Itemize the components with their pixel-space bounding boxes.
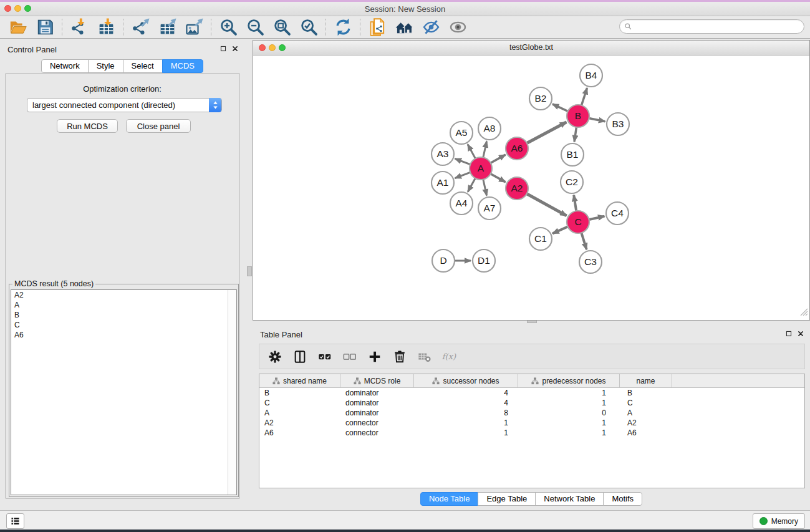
graph-node-A1[interactable]: A1 — [432, 172, 454, 194]
search-input[interactable] — [635, 21, 804, 32]
resize-grip-icon[interactable] — [799, 307, 808, 319]
new-network-from-selection-icon[interactable] — [364, 17, 391, 37]
mcds-result-list[interactable]: A2ABCA6 — [11, 289, 237, 495]
select-all-icon[interactable] — [317, 350, 333, 364]
tab-mcds[interactable]: MCDS — [162, 59, 203, 73]
add-row-icon[interactable] — [367, 350, 383, 364]
tab-select[interactable]: Select — [123, 59, 163, 73]
close-table-panel-icon[interactable] — [798, 331, 804, 337]
table-cell[interactable]: 1 — [518, 428, 620, 437]
table-cell[interactable]: 4 — [414, 399, 518, 407]
graph-node-A3[interactable]: A3 — [432, 143, 454, 165]
table-cell[interactable]: B — [259, 389, 340, 397]
table-cell[interactable]: C — [620, 399, 672, 407]
table-cell[interactable]: dominator — [340, 399, 414, 407]
deselect-all-icon[interactable] — [342, 350, 358, 364]
zoom-fit-icon[interactable] — [269, 17, 296, 37]
table-cell[interactable]: 1 — [518, 389, 620, 397]
zoom-out-icon[interactable] — [242, 17, 269, 37]
table-row[interactable]: Cdominator41C — [259, 398, 804, 408]
show-graphics-details-icon[interactable] — [445, 17, 471, 37]
list-scrollbar[interactable] — [228, 290, 236, 495]
tab-motifs[interactable]: Motifs — [603, 492, 642, 506]
table-cell[interactable]: dominator — [340, 389, 414, 397]
graph-node-B[interactable]: B — [567, 105, 589, 127]
splitter-handle-vertical[interactable] — [247, 266, 252, 276]
zoom-in-icon[interactable] — [215, 17, 242, 37]
table-cell[interactable]: C — [259, 399, 340, 407]
table-cell[interactable]: A6 — [259, 428, 340, 437]
tab-network[interactable]: Network — [41, 59, 89, 73]
graph-node-A2[interactable]: A2 — [506, 177, 528, 200]
network-view-window[interactable]: testGlobe.txt B4B2BB3A8A5A6B1A3AA1C2A2A4… — [253, 40, 810, 321]
graph-node-D1[interactable]: D1 — [473, 249, 495, 272]
graph-node-D[interactable]: D — [432, 249, 455, 272]
table-cell[interactable]: 4 — [414, 389, 518, 397]
mcds-result-item[interactable]: A — [11, 300, 236, 310]
mcds-result-item[interactable]: B — [11, 310, 236, 320]
memory-button[interactable]: Memory — [753, 513, 805, 529]
delete-row-icon[interactable] — [392, 350, 408, 364]
table-cell[interactable]: A6 — [620, 428, 672, 437]
graph-node-B2[interactable]: B2 — [529, 87, 552, 110]
table-cell[interactable]: 1 — [518, 399, 620, 407]
table-row[interactable]: A6connector11A6 — [259, 428, 804, 438]
table-cell[interactable]: 1 — [414, 428, 518, 437]
tab-style[interactable]: Style — [88, 59, 123, 73]
table-row[interactable]: A2connector11A2 — [259, 418, 804, 428]
close-panel-button[interactable]: Close panel — [126, 119, 191, 133]
table-cell[interactable]: 1 — [414, 418, 518, 427]
close-panel-icon[interactable] — [232, 46, 238, 52]
save-session-icon[interactable] — [32, 17, 59, 37]
import-network-icon[interactable] — [66, 17, 93, 37]
table-cell[interactable]: A2 — [259, 418, 340, 427]
table-row[interactable]: Bdominator41B — [259, 388, 804, 398]
zoom-selected-icon[interactable] — [296, 17, 322, 37]
table-settings-icon[interactable] — [267, 350, 283, 364]
graph-node-C4[interactable]: C4 — [606, 202, 629, 225]
table-cell[interactable]: A — [259, 409, 340, 417]
table-cell[interactable]: A2 — [620, 418, 672, 427]
network-canvas[interactable]: B4B2BB3A8A5A6B1A3AA1C2A2A4A7C4CC1C3DD1 — [253, 56, 809, 320]
table-row[interactable]: Adominator80A — [259, 408, 804, 418]
panel-menu-button[interactable] — [6, 513, 24, 529]
run-mcds-button[interactable]: Run MCDS — [57, 119, 118, 133]
column-header-successor-nodes[interactable]: successor nodes — [414, 374, 518, 387]
float-table-panel-icon[interactable] — [786, 331, 792, 337]
column-header-predecessor-nodes[interactable]: predecessor nodes — [518, 374, 620, 387]
graph-node-B4[interactable]: B4 — [580, 64, 602, 87]
export-image-icon[interactable] — [181, 17, 208, 37]
graph-node-A[interactable]: A — [470, 157, 492, 180]
graph-node-C1[interactable]: C1 — [529, 228, 552, 250]
graph-node-A4[interactable]: A4 — [450, 192, 473, 215]
graph-node-C[interactable]: C — [567, 211, 589, 233]
table-cell[interactable]: dominator — [340, 409, 414, 417]
table-cell[interactable]: 0 — [518, 409, 620, 417]
tab-edge-table[interactable]: Edge Table — [478, 492, 536, 506]
table-cell[interactable]: 1 — [518, 418, 620, 427]
import-table-icon[interactable] — [93, 17, 120, 37]
column-header-shared-name[interactable]: shared name — [259, 374, 340, 387]
graph-node-A8[interactable]: A8 — [478, 117, 501, 140]
mcds-result-item[interactable]: A6 — [11, 330, 236, 340]
table-cell[interactable]: connector — [340, 428, 414, 437]
hide-graphics-details-icon[interactable] — [418, 17, 445, 37]
tab-network-table[interactable]: Network Table — [535, 492, 604, 506]
search-box[interactable] — [619, 19, 804, 34]
float-panel-icon[interactable] — [220, 46, 226, 52]
refresh-layout-icon[interactable] — [330, 17, 357, 37]
table-cell[interactable]: connector — [340, 418, 414, 427]
main-titlebar[interactable]: Session: New Session — [0, 2, 810, 16]
criterion-dropdown[interactable]: largest connected component (directed) — [27, 98, 222, 112]
graph-node-B1[interactable]: B1 — [561, 143, 584, 166]
table-cell[interactable]: 8 — [414, 409, 518, 417]
export-network-icon[interactable] — [127, 17, 154, 37]
graph-node-A5[interactable]: A5 — [450, 122, 473, 144]
show-columns-icon[interactable] — [292, 350, 308, 364]
column-header-MCDS-role[interactable]: MCDS role — [340, 374, 414, 387]
graph-node-C2[interactable]: C2 — [561, 171, 583, 193]
tab-node-table[interactable]: Node Table — [420, 492, 479, 506]
mcds-result-item[interactable]: C — [11, 320, 236, 330]
table-cell[interactable]: A — [620, 409, 672, 417]
network-window-titlebar[interactable]: testGlobe.txt — [253, 41, 809, 56]
